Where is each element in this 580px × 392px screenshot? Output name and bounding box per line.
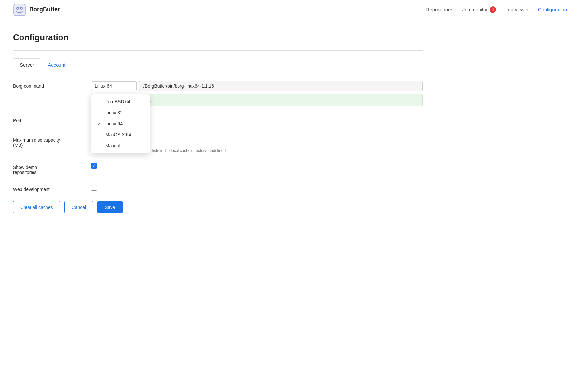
dropdown-label-linux64: Linux 64 <box>105 121 123 126</box>
nav-log-viewer[interactable]: Log viewer <box>505 7 529 12</box>
borg-command-row: Borg command FreeBSD 64 Linux 32 Linux 6… <box>13 81 423 106</box>
logo-area: BorgButler <box>13 3 60 16</box>
check-freebsd64 <box>98 99 103 104</box>
tab-server[interactable]: Server <box>13 58 41 71</box>
dropdown-item-freebsd64[interactable]: FreeBSD 64 <box>91 96 150 107</box>
show-demo-label: Show demorepositories <box>13 162 85 175</box>
nav-job-monitor-wrapper[interactable]: Job monitor 1 <box>462 6 496 13</box>
borg-platform-select[interactable]: FreeBSD 64 Linux 32 Linux 64 MacOS X 64 … <box>91 81 137 91</box>
cancel-button[interactable]: Cancel <box>64 201 94 213</box>
show-demo-checkbox[interactable] <box>91 163 97 169</box>
check-linux64: ✓ <box>98 121 103 126</box>
check-linux32 <box>98 110 103 115</box>
job-monitor-badge: 1 <box>490 6 496 13</box>
config-tabs: Server Account <box>13 58 423 71</box>
tab-account[interactable]: Account <box>41 58 72 71</box>
save-button[interactable]: Save <box>97 201 123 213</box>
svg-rect-0 <box>14 4 25 16</box>
port-label: Port <box>13 115 85 123</box>
clear-caches-button[interactable]: Clear all caches <box>13 201 60 213</box>
show-demo-row: Show demorepositories <box>13 162 423 175</box>
main-content: Configuration Server Account Borg comman… <box>0 19 436 226</box>
max-disc-label: Maximum disc capacity(MB) <box>13 135 85 148</box>
web-dev-row: Web development <box>13 184 423 192</box>
borg-command-controls: FreeBSD 64 Linux 32 Linux 64 MacOS X 64 … <box>91 81 423 106</box>
nav-job-monitor: Job monitor <box>462 7 488 12</box>
web-dev-control <box>91 184 423 191</box>
borg-platform-dropdown: FreeBSD 64 Linux 32 ✓ Linux 64 <box>91 94 150 153</box>
borg-path-input[interactable] <box>139 81 423 91</box>
svg-point-3 <box>17 8 18 9</box>
web-dev-checkbox[interactable] <box>91 185 97 191</box>
dropdown-label-macosx64: MacOS X 64 <box>105 132 131 137</box>
check-manual <box>98 144 103 148</box>
page-title: Configuration <box>13 32 423 43</box>
logo-icon <box>13 3 26 16</box>
dropdown-item-linux32[interactable]: Linux 32 <box>91 107 150 118</box>
dropdown-item-manual[interactable]: Manual <box>91 140 150 151</box>
svg-point-4 <box>21 8 22 9</box>
nav-repositories[interactable]: Repositories <box>426 7 453 12</box>
dropdown-item-linux64[interactable]: ✓ Linux 64 <box>91 118 150 129</box>
show-demo-control <box>91 162 423 169</box>
nav-configuration[interactable]: Configuration <box>538 7 567 12</box>
web-dev-label: Web development <box>13 184 85 192</box>
dropdown-label-linux32: Linux 32 <box>105 110 123 115</box>
dropdown-label-freebsd64: FreeBSD 64 <box>105 99 130 104</box>
max-disc-row: Maximum disc capacity(MB) ▲ ▼ Limits the… <box>13 135 423 153</box>
actions-row: Clear all caches Cancel Save <box>13 201 423 213</box>
logo-text: BorgButler <box>29 6 60 13</box>
server-form: Borg command FreeBSD 64 Linux 32 Linux 6… <box>13 81 423 213</box>
header: BorgButler Repositories Job monitor 1 Lo… <box>0 0 580 19</box>
borg-select-wrapper: FreeBSD 64 Linux 32 Linux 64 MacOS X 64 … <box>91 81 137 91</box>
borg-command-label: Borg command <box>13 81 85 89</box>
dropdown-label-manual: Manual <box>105 143 120 148</box>
port-row: Port ▲ ▼ <box>13 115 423 126</box>
dropdown-item-macosx64[interactable]: MacOS X 64 <box>91 129 150 140</box>
check-macosx64 <box>98 133 103 137</box>
main-nav: Repositories Job monitor 1 Log viewer Co… <box>426 6 567 13</box>
title-divider <box>13 50 423 51</box>
borg-command-inputs: FreeBSD 64 Linux 32 Linux 64 MacOS X 64 … <box>91 81 423 91</box>
